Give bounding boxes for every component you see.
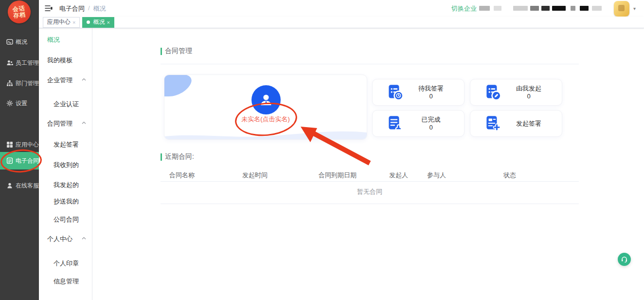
section-title-recent: 近期合同:: [161, 152, 194, 161]
sidebar-item-settings[interactable]: 设置: [0, 95, 39, 112]
sidebar-item-label: 部门管理: [16, 79, 39, 88]
stat-card-initiated[interactable]: 由我发起 0: [470, 79, 562, 106]
redacted-text: [592, 6, 602, 11]
redacted-text: [580, 6, 589, 11]
redacted-text: [571, 6, 575, 11]
col-header-contract-name: 合同名称: [169, 171, 195, 180]
breadcrumb-level1[interactable]: 电子合同: [59, 4, 85, 13]
col-header-expiry-date: 合同到期日期: [319, 171, 357, 180]
sidebar-item-customer-service[interactable]: 在线客服: [0, 177, 39, 194]
tab-overview[interactable]: 概况 ×: [82, 17, 114, 28]
chevron-up-icon[interactable]: [82, 78, 86, 81]
settings-icon: [6, 100, 13, 107]
redacted-text: [530, 6, 539, 11]
decor-blob: [164, 75, 193, 97]
col-header-start-time: 发起时间: [242, 171, 268, 180]
sidebar-item-label: 员工管理: [16, 59, 39, 67]
tab-app-center[interactable]: 应用中心 ×: [43, 17, 80, 28]
chevron-up-icon[interactable]: [82, 237, 86, 240]
stat-value: 0: [502, 93, 555, 100]
divider: [161, 181, 579, 182]
breadcrumb-level2: 概况: [93, 4, 106, 13]
submenu-item-info-mgmt[interactable]: 信息管理: [54, 277, 79, 286]
col-header-status: 状态: [503, 171, 516, 180]
app-window: 会话 存档 概况 员工管理: [0, 0, 644, 300]
redacted-text: [541, 6, 550, 11]
close-icon[interactable]: ×: [72, 19, 75, 25]
section-title-text: 合同管理: [165, 47, 192, 56]
stat-text: 待我签署 0: [405, 84, 457, 100]
stat-text: 发起签署: [502, 119, 555, 128]
submenu-sidebar: 概况 我的模板 企业管理 企业认证 合同管理 发起签署 我收到的 我发起的 抄送…: [39, 28, 92, 300]
doc-pen-icon: [483, 83, 502, 102]
submenu-item-company-cert[interactable]: 企业认证: [54, 100, 79, 109]
fold-menu-icon[interactable]: [45, 5, 53, 12]
primary-sidebar: 会话 存档 概况 员工管理: [0, 0, 39, 300]
main-content: 合同管理 未实名(点击实名): [92, 28, 644, 300]
submenu-item-my-templates[interactable]: 我的模板: [47, 56, 72, 65]
sidebar-item-label: 电子合同: [16, 157, 39, 165]
chevron-up-icon[interactable]: [82, 121, 86, 124]
submenu-group-personal[interactable]: 个人中心: [47, 235, 72, 244]
breadcrumb-separator: /: [88, 4, 90, 13]
submenu-item-overview[interactable]: 概况: [47, 36, 60, 44]
submenu-item-start-sign[interactable]: 发起签署: [54, 140, 79, 149]
stat-card-completed[interactable]: 已完成 0: [372, 110, 465, 137]
sidebar-item-departments[interactable]: 部门管理: [0, 75, 39, 92]
person-icon: [258, 92, 274, 108]
green-bar: [161, 48, 162, 55]
sidebar-item-label: 设置: [16, 99, 27, 108]
section-title-text: 近期合同:: [165, 152, 194, 161]
sidebar-item-e-contract[interactable]: 电子合同: [0, 152, 39, 169]
stat-value: 0: [405, 124, 457, 131]
tab-label: 概况: [93, 18, 105, 26]
realname-link[interactable]: 未实名(点击实名): [164, 115, 367, 124]
chevron-down-icon[interactable]: ▾: [633, 6, 636, 11]
doc-plus-icon: [483, 114, 502, 133]
stat-card-start-sign[interactable]: 发起签署: [470, 110, 562, 137]
redacted-text: [513, 6, 528, 11]
doc-clock-icon: [385, 83, 405, 102]
redacted-text: [552, 6, 566, 11]
submenu-group-contract[interactable]: 合同管理: [47, 119, 72, 128]
decor-wave: [164, 127, 367, 139]
sidebar-item-label: 概况: [16, 38, 27, 46]
stat-label: 由我发起: [502, 84, 555, 93]
app-logo: 会话 存档: [7, 0, 32, 24]
submenu-item-cc-me[interactable]: 抄送我的: [54, 197, 79, 206]
app-center-icon: [6, 141, 13, 148]
app-logo-line2: 存档: [13, 11, 26, 19]
col-header-initiator: 发起人: [389, 171, 408, 180]
redacted-text: [494, 6, 501, 11]
departments-icon: [6, 80, 13, 87]
employees-icon: [6, 59, 13, 66]
sidebar-item-overview[interactable]: 概况: [0, 34, 39, 50]
submenu-item-received[interactable]: 我收到的: [54, 161, 79, 169]
customer-service-icon: [6, 182, 13, 189]
submenu-item-personal-seal[interactable]: 个人印章: [54, 259, 79, 268]
stat-text: 已完成 0: [405, 115, 457, 131]
realname-card[interactable]: 未实名(点击实名): [164, 75, 367, 140]
headset-icon: [621, 256, 628, 263]
redacted-text: [479, 6, 490, 11]
submenu-item-initiated[interactable]: 我发起的: [54, 181, 79, 189]
stat-label: 发起签署: [502, 119, 555, 128]
customer-service-fab[interactable]: [618, 253, 631, 266]
active-dot-icon: [87, 20, 90, 24]
user-avatar[interactable]: [614, 1, 629, 17]
doc-stamp-icon: [385, 114, 405, 133]
stat-label: 待我签署: [405, 84, 457, 93]
section-title-contracts: 合同管理: [161, 47, 192, 56]
stat-card-to-sign[interactable]: 待我签署 0: [372, 79, 465, 106]
switch-company-link[interactable]: 切换企业: [451, 4, 477, 13]
close-icon[interactable]: ×: [107, 19, 109, 25]
sidebar-item-employees[interactable]: 员工管理: [0, 55, 39, 71]
overview-icon: [6, 38, 13, 45]
sidebar-item-app-center[interactable]: 应用中心: [0, 136, 39, 153]
user-avatar-large[interactable]: [251, 85, 281, 114]
breadcrumb: 电子合同 / 概况: [59, 4, 106, 13]
stat-value: 0: [405, 93, 457, 100]
submenu-item-company-contracts[interactable]: 公司合同: [54, 215, 79, 224]
empty-state-text: 暂无合同: [161, 188, 579, 196]
submenu-group-company[interactable]: 企业管理: [47, 76, 72, 85]
